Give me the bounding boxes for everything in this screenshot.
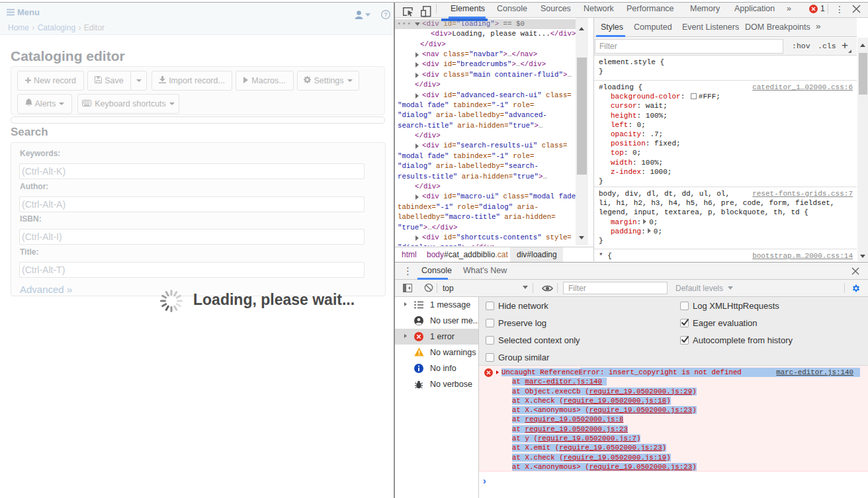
svg-text:?: ? <box>384 11 388 18</box>
